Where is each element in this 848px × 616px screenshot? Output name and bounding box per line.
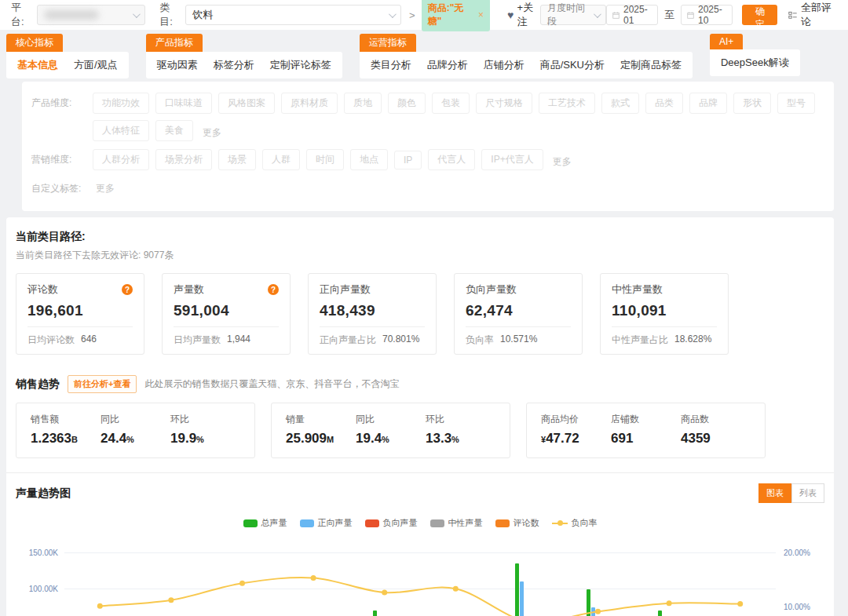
tab-方面/观点[interactable]: 方面/观点 (74, 58, 118, 72)
filter-tag[interactable]: IP (394, 151, 422, 169)
follow-button[interactable]: ♥ +关注 (507, 1, 540, 29)
toggle-图表[interactable]: 图表 (758, 483, 791, 503)
legend-swatch (300, 519, 314, 527)
filter-tag[interactable]: 场景分析 (155, 149, 212, 170)
more-link[interactable]: 更多 (553, 151, 572, 169)
confirm-button[interactable]: 确定 (742, 5, 777, 25)
sales-metric-label: 同比 (356, 413, 426, 426)
legend-item[interactable]: 评论数 (495, 517, 539, 529)
legend-item[interactable]: 总声量 (243, 517, 287, 529)
metric-card-header: 正向声量数 (320, 282, 425, 297)
tab-商品/SKU分析[interactable]: 商品/SKU分析 (540, 58, 605, 72)
filter-tag[interactable]: 品牌 (689, 93, 727, 114)
legend-label: 中性声量 (448, 517, 483, 529)
sales-metric-label: 商品均价 (541, 413, 611, 426)
filter-tag[interactable]: 形状 (733, 93, 771, 114)
filter-tag[interactable]: 功能功效 (93, 93, 149, 114)
category-label: 类目: (159, 1, 181, 29)
unit-suffix: % (196, 435, 204, 444)
sales-metric-label: 销量 (286, 413, 356, 426)
filter-tag[interactable]: 地点 (350, 149, 388, 170)
filter-tag[interactable]: 人体特征 (93, 120, 149, 141)
metric-card-footer: 日均评论数646 (27, 327, 133, 347)
sales-metric: 同比24.4% (101, 413, 170, 447)
date-end-input[interactable]: 2025-10 (681, 5, 733, 25)
unit-suffix: % (382, 435, 389, 444)
all-comments-button[interactable]: 全部评论 (788, 1, 837, 29)
legend-item[interactable]: 负向率 (552, 517, 598, 529)
nav-group-tab[interactable]: AI+ (710, 34, 743, 49)
filter-tag[interactable]: 颜色 (388, 93, 426, 114)
filter-tag[interactable]: 代言人 (428, 149, 475, 170)
nav-group-items: 驱动因素标签分析定制评论标签 (146, 52, 342, 78)
unit-suffix: B (71, 435, 78, 444)
filter-tag[interactable]: IP+代言人 (481, 149, 543, 170)
tab-标签分析[interactable]: 标签分析 (214, 58, 254, 72)
platform-select[interactable] (37, 5, 145, 25)
tab-店铺分析[interactable]: 店铺分析 (484, 58, 525, 72)
filter-tags: 人群分析场景分析场景人群时间地点IP代言人IP+代言人更多 (93, 149, 572, 170)
more-link[interactable]: 更多 (96, 178, 115, 195)
filter-tag[interactable]: 时间 (306, 149, 344, 170)
nav-group-tab[interactable]: 运营指标 (360, 34, 416, 52)
metric-card-footer: 日均声量数1,944 (174, 327, 279, 347)
category-select[interactable]: 饮料 (185, 5, 401, 25)
legend-label: 正向声量 (318, 517, 353, 529)
legend-line-swatch (552, 523, 568, 524)
filter-tag[interactable]: 人群 (262, 149, 300, 170)
help-icon[interactable]: ? (268, 284, 279, 295)
tab-驱动因素[interactable]: 驱动因素 (157, 58, 198, 72)
nav-group-tab[interactable]: 核心指标 (6, 34, 63, 52)
filter-tag[interactable]: 型号 (777, 93, 815, 114)
nav-group-tab[interactable]: 产品指标 (146, 34, 203, 52)
sales-metric-label: 店铺数 (611, 413, 681, 426)
metric-label: 负向声量数 (466, 282, 517, 297)
filter-tag[interactable]: 人群分析 (93, 149, 149, 170)
period-type-select[interactable]: 月度时间段 (540, 5, 606, 25)
metric-card-header: 中性声量数 (612, 282, 717, 297)
sales-metric-value: ¥47.72 (541, 431, 611, 447)
toggle-列表[interactable]: 列表 (791, 483, 824, 503)
metric-card-footer: 负向率10.571% (466, 327, 571, 347)
filter-tag[interactable]: 美食 (155, 120, 193, 141)
product-filter-tag[interactable]: 商品:"无糖" × (422, 0, 490, 31)
tab-定制商品标签[interactable]: 定制商品标签 (620, 58, 682, 72)
metric-card-header: 声量数? (174, 282, 279, 297)
more-link[interactable]: 更多 (203, 122, 221, 140)
filter-tag[interactable]: 款式 (601, 93, 639, 114)
chart-legend: 总声量正向声量负向声量中性声量评论数负向率 (16, 517, 824, 529)
filter-tag[interactable]: 质地 (344, 93, 382, 114)
legend-item[interactable]: 正向声量 (300, 517, 353, 529)
filter-tag[interactable]: 尺寸规格 (476, 93, 532, 114)
tab-定制评论标签[interactable]: 定制评论标签 (270, 58, 331, 72)
tab-DeepSeek解读[interactable]: DeepSeek解读 (721, 56, 789, 70)
legend-item[interactable]: 负向声量 (365, 517, 418, 529)
chevron-down-icon (389, 10, 397, 18)
filter-tag[interactable]: 口味味道 (155, 93, 212, 114)
metric-value: 110,091 (612, 302, 717, 319)
filter-tag[interactable]: 工艺技术 (539, 93, 595, 114)
filter-tags: 功能功效口味味道风格图案原料材质质地颜色包装尺寸规格工艺技术款式品类品牌形状型号… (93, 93, 824, 141)
tab-基本信息[interactable]: 基本信息 (17, 58, 58, 72)
sales-metric: 店铺数691 (611, 413, 681, 447)
sales-card: 销售额1.2363B同比24.4%环比19.9% (16, 403, 255, 458)
close-icon[interactable]: × (478, 9, 484, 20)
filter-tag[interactable]: 包装 (432, 93, 470, 114)
legend-item[interactable]: 中性声量 (430, 517, 483, 529)
help-icon[interactable]: ? (122, 284, 133, 295)
filter-row: 自定义标签:更多 (31, 178, 824, 195)
sales-metric-label: 环比 (170, 413, 240, 426)
metric-foot-value: 10.571% (500, 334, 537, 347)
goto-analysis-button[interactable]: 前往分析+查看 (68, 375, 137, 393)
nav-group-4: AI+DeepSeek解读 (710, 34, 800, 76)
filter-tag[interactable]: 原料材质 (281, 93, 338, 114)
filter-tag[interactable]: 品类 (645, 93, 683, 114)
legend-swatch (495, 519, 510, 527)
metric-foot-label: 中性声量占比 (612, 334, 668, 347)
date-start-input[interactable]: 2025-01 (606, 5, 658, 25)
sales-cards: 销售额1.2363B同比24.4%环比19.9%销量25.909M同比19.4%… (16, 403, 824, 458)
tab-类目分析[interactable]: 类目分析 (371, 58, 411, 72)
filter-tag[interactable]: 场景 (218, 149, 256, 170)
tab-品牌分析[interactable]: 品牌分析 (427, 58, 468, 72)
filter-tag[interactable]: 风格图案 (218, 93, 275, 114)
